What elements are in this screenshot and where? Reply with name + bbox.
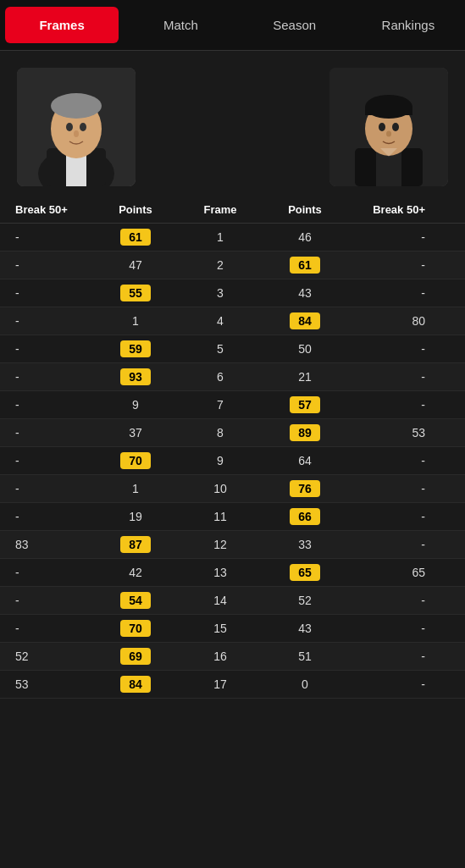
player-left-avatar [17,68,136,186]
frame-number: 9 [178,454,263,467]
points-right: 43 [263,622,347,635]
break-right: - [347,650,432,663]
tab-bar: Frames Match Season Rankings [0,0,465,51]
points-left: 70 [93,452,178,469]
break-right: - [347,594,432,607]
table-row: -47261- [0,252,465,279]
break-left: 83 [8,538,93,551]
frame-number: 7 [178,398,263,412]
break-left: 53 [8,677,93,691]
break-left: - [8,286,93,300]
frame-number: 3 [178,286,263,300]
tab-season[interactable]: Season [238,0,352,50]
svg-point-17 [392,123,399,131]
break-right: - [347,370,432,384]
points-left: 42 [93,566,178,579]
break-right: - [347,677,432,691]
points-right: 46 [263,230,347,244]
table-row: 5384170- [0,671,465,699]
points-right: 0 [263,677,347,691]
break-right: - [347,454,432,467]
tab-frames[interactable]: Frames [5,7,119,43]
points-right: 66 [263,508,347,525]
break-left: - [8,482,93,495]
table-row: -148480 [0,307,465,335]
frame-table: -61146--47261--55343--148480-59550--9362… [0,224,465,699]
col-points-right: Points [263,203,347,216]
svg-point-7 [66,123,73,131]
tab-rankings[interactable]: Rankings [352,0,465,50]
points-right: 61 [263,257,347,274]
svg-point-8 [80,123,86,131]
frame-number: 5 [178,342,263,356]
col-break-right: Break 50+ [347,203,432,216]
points-right: 21 [263,370,347,384]
table-row: -55343- [0,279,465,307]
break-left: - [8,370,93,384]
table-row: -42136565 [0,559,465,587]
frame-number: 12 [178,538,263,551]
break-left: - [8,314,93,328]
svg-point-16 [379,123,385,131]
break-right: - [347,286,432,300]
table-row: -11076- [0,475,465,503]
break-left: - [8,398,93,412]
col-break-left: Break 50+ [8,203,93,216]
break-left: - [8,566,93,579]
points-left: 55 [93,285,178,301]
frame-number: 1 [178,230,263,244]
frame-number: 10 [178,482,263,495]
break-left: - [8,594,93,607]
frame-number: 6 [178,370,263,384]
break-right: - [347,398,432,412]
points-left: 93 [93,368,178,385]
column-headers: Break 50+ Points Frame Points Break 50+ [0,195,465,224]
table-row: -9757- [0,391,465,419]
break-right: - [347,622,432,635]
points-left: 47 [93,258,178,272]
break-right: 53 [347,426,432,440]
break-right: - [347,258,432,272]
players-section [0,51,465,195]
points-right: 51 [263,650,347,663]
break-right: - [347,538,432,551]
points-right: 64 [263,454,347,467]
table-row: -701543- [0,615,465,643]
table-row: 52691651- [0,643,465,671]
points-left: 61 [93,229,178,246]
frame-number: 4 [178,314,263,328]
svg-point-6 [51,93,102,119]
points-left: 19 [93,510,178,523]
frame-number: 13 [178,566,263,579]
col-points-left: Points [93,203,178,216]
points-left: 69 [93,648,178,665]
table-row: -93621- [0,363,465,391]
break-left: - [8,258,93,272]
points-left: 1 [93,314,178,328]
table-row: -3788953 [0,419,465,447]
table-row: -191166- [0,503,465,531]
player-right-avatar [329,68,448,186]
break-right: - [347,230,432,244]
frame-number: 2 [178,258,263,272]
points-left: 54 [93,592,178,609]
points-left: 37 [93,426,178,440]
break-right: - [347,342,432,356]
points-left: 59 [93,340,178,357]
points-right: 84 [263,312,347,329]
svg-rect-15 [365,107,412,115]
table-row: -59550- [0,335,465,363]
table-row: -61146- [0,224,465,252]
break-right: - [347,510,432,523]
break-left: - [8,622,93,635]
table-row: -541452- [0,587,465,615]
break-right: - [347,482,432,495]
frame-number: 11 [178,510,263,523]
points-right: 33 [263,538,347,551]
points-right: 50 [263,342,347,356]
frame-number: 15 [178,622,263,635]
break-left: - [8,510,93,523]
tab-match[interactable]: Match [124,0,237,50]
table-row: 83871233- [0,531,465,559]
frame-number: 8 [178,426,263,440]
